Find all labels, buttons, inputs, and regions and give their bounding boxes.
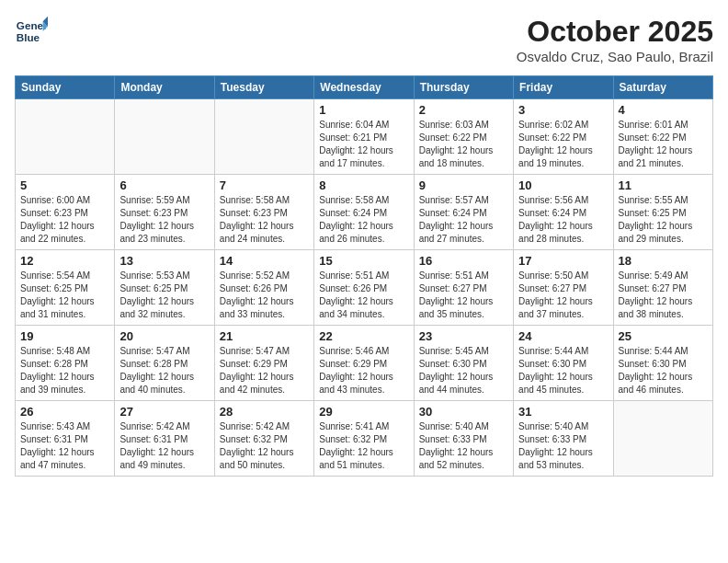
calendar-day-cell: 31Sunrise: 5:40 AM Sunset: 6:33 PM Dayli…: [514, 401, 613, 477]
day-info: Sunrise: 5:54 AM Sunset: 6:25 PM Dayligh…: [20, 270, 109, 321]
day-number: 17: [518, 254, 608, 268]
day-info: Sunrise: 6:04 AM Sunset: 6:21 PM Dayligh…: [319, 119, 408, 170]
day-info: Sunrise: 5:58 AM Sunset: 6:23 PM Dayligh…: [220, 194, 309, 246]
day-info: Sunrise: 5:40 AM Sunset: 6:33 PM Dayligh…: [419, 420, 508, 472]
day-number: 4: [619, 103, 708, 117]
day-number: 8: [319, 178, 408, 192]
calendar-day-cell: [613, 401, 712, 477]
weekday-header-cell: Friday: [514, 76, 613, 99]
weekday-header-cell: Tuesday: [214, 76, 313, 99]
calendar-day-cell: 23Sunrise: 5:45 AM Sunset: 6:30 PM Dayli…: [414, 326, 513, 401]
day-info: Sunrise: 5:51 AM Sunset: 6:26 PM Dayligh…: [319, 270, 408, 321]
day-number: 30: [419, 405, 508, 419]
day-number: 19: [20, 329, 109, 343]
day-info: Sunrise: 5:48 AM Sunset: 6:28 PM Dayligh…: [20, 345, 109, 396]
calendar-day-cell: 19Sunrise: 5:48 AM Sunset: 6:28 PM Dayli…: [16, 326, 115, 401]
calendar-day-cell: 11Sunrise: 5:55 AM Sunset: 6:25 PM Dayli…: [613, 175, 712, 250]
day-info: Sunrise: 5:45 AM Sunset: 6:30 PM Dayligh…: [419, 345, 508, 396]
weekday-header-cell: Wednesday: [314, 76, 414, 99]
day-info: Sunrise: 5:53 AM Sunset: 6:25 PM Dayligh…: [119, 270, 209, 321]
day-info: Sunrise: 6:00 AM Sunset: 6:23 PM Dayligh…: [20, 194, 109, 246]
day-number: 28: [220, 405, 309, 419]
day-number: 6: [119, 178, 209, 192]
calendar-day-cell: [16, 99, 115, 175]
day-info: Sunrise: 5:42 AM Sunset: 6:31 PM Dayligh…: [119, 420, 209, 472]
calendar-day-cell: 27Sunrise: 5:42 AM Sunset: 6:31 PM Dayli…: [115, 401, 214, 477]
day-number: 27: [119, 405, 209, 419]
day-info: Sunrise: 5:42 AM Sunset: 6:32 PM Dayligh…: [220, 420, 309, 472]
day-info: Sunrise: 5:47 AM Sunset: 6:29 PM Dayligh…: [220, 345, 309, 396]
day-info: Sunrise: 5:43 AM Sunset: 6:31 PM Dayligh…: [20, 420, 109, 472]
day-number: 1: [319, 103, 408, 117]
calendar-day-cell: 28Sunrise: 5:42 AM Sunset: 6:32 PM Dayli…: [214, 401, 313, 477]
day-number: 31: [518, 405, 608, 419]
day-info: Sunrise: 5:40 AM Sunset: 6:33 PM Dayligh…: [518, 420, 608, 472]
day-number: 9: [419, 178, 508, 192]
day-info: Sunrise: 6:01 AM Sunset: 6:22 PM Dayligh…: [619, 119, 708, 170]
day-number: 16: [419, 254, 508, 268]
day-number: 25: [619, 329, 708, 343]
header: General Blue October 2025 Osvaldo Cruz, …: [15, 15, 713, 64]
calendar-week-row: 12Sunrise: 5:54 AM Sunset: 6:25 PM Dayli…: [16, 250, 713, 326]
calendar-day-cell: 30Sunrise: 5:40 AM Sunset: 6:33 PM Dayli…: [414, 401, 513, 477]
day-number: 11: [619, 178, 708, 192]
day-number: 22: [319, 329, 408, 343]
calendar-day-cell: 22Sunrise: 5:46 AM Sunset: 6:29 PM Dayli…: [314, 326, 414, 401]
day-info: Sunrise: 5:46 AM Sunset: 6:29 PM Dayligh…: [319, 345, 408, 396]
calendar-day-cell: 6Sunrise: 5:59 AM Sunset: 6:23 PM Daylig…: [115, 175, 214, 250]
calendar-week-row: 26Sunrise: 5:43 AM Sunset: 6:31 PM Dayli…: [16, 401, 713, 477]
weekday-header-cell: Saturday: [613, 76, 712, 99]
logo: General Blue: [15, 15, 48, 48]
calendar-table: SundayMondayTuesdayWednesdayThursdayFrid…: [15, 75, 713, 477]
day-number: 5: [20, 178, 109, 192]
calendar-day-cell: 18Sunrise: 5:49 AM Sunset: 6:27 PM Dayli…: [613, 250, 712, 326]
day-info: Sunrise: 5:55 AM Sunset: 6:25 PM Dayligh…: [619, 194, 708, 246]
day-number: 7: [220, 178, 309, 192]
day-number: 12: [20, 254, 109, 268]
day-info: Sunrise: 5:52 AM Sunset: 6:26 PM Dayligh…: [220, 270, 309, 321]
day-info: Sunrise: 5:51 AM Sunset: 6:27 PM Dayligh…: [419, 270, 508, 321]
day-info: Sunrise: 5:49 AM Sunset: 6:27 PM Dayligh…: [619, 270, 708, 321]
day-number: 15: [319, 254, 408, 268]
day-number: 13: [119, 254, 209, 268]
day-number: 10: [518, 178, 608, 192]
calendar-body: 1Sunrise: 6:04 AM Sunset: 6:21 PM Daylig…: [16, 99, 713, 477]
title-area: October 2025 Osvaldo Cruz, Sao Paulo, Br…: [517, 15, 713, 64]
calendar-week-row: 5Sunrise: 6:00 AM Sunset: 6:23 PM Daylig…: [16, 175, 713, 250]
day-number: 26: [20, 405, 109, 419]
day-number: 18: [619, 254, 708, 268]
day-number: 21: [220, 329, 309, 343]
weekday-header-cell: Monday: [115, 76, 214, 99]
calendar-day-cell: 14Sunrise: 5:52 AM Sunset: 6:26 PM Dayli…: [214, 250, 313, 326]
calendar-week-row: 19Sunrise: 5:48 AM Sunset: 6:28 PM Dayli…: [16, 326, 713, 401]
calendar-day-cell: [115, 99, 214, 175]
day-info: Sunrise: 5:56 AM Sunset: 6:24 PM Dayligh…: [518, 194, 608, 246]
calendar-day-cell: 9Sunrise: 5:57 AM Sunset: 6:24 PM Daylig…: [414, 175, 513, 250]
calendar-day-cell: 15Sunrise: 5:51 AM Sunset: 6:26 PM Dayli…: [314, 250, 414, 326]
calendar-day-cell: 21Sunrise: 5:47 AM Sunset: 6:29 PM Dayli…: [214, 326, 313, 401]
calendar-day-cell: 13Sunrise: 5:53 AM Sunset: 6:25 PM Dayli…: [115, 250, 214, 326]
location-subtitle: Osvaldo Cruz, Sao Paulo, Brazil: [517, 49, 713, 64]
calendar-day-cell: 2Sunrise: 6:03 AM Sunset: 6:22 PM Daylig…: [414, 99, 513, 175]
day-info: Sunrise: 5:50 AM Sunset: 6:27 PM Dayligh…: [518, 270, 608, 321]
calendar-day-cell: 24Sunrise: 5:44 AM Sunset: 6:30 PM Dayli…: [514, 326, 613, 401]
day-number: 20: [119, 329, 209, 343]
day-info: Sunrise: 5:57 AM Sunset: 6:24 PM Dayligh…: [419, 194, 508, 246]
weekday-header-cell: Thursday: [414, 76, 513, 99]
calendar-day-cell: [214, 99, 313, 175]
day-number: 24: [518, 329, 608, 343]
calendar-day-cell: 4Sunrise: 6:01 AM Sunset: 6:22 PM Daylig…: [613, 99, 712, 175]
day-info: Sunrise: 5:58 AM Sunset: 6:24 PM Dayligh…: [319, 194, 408, 246]
calendar-week-row: 1Sunrise: 6:04 AM Sunset: 6:21 PM Daylig…: [16, 99, 713, 175]
calendar-day-cell: 29Sunrise: 5:41 AM Sunset: 6:32 PM Dayli…: [314, 401, 414, 477]
calendar-day-cell: 3Sunrise: 6:02 AM Sunset: 6:22 PM Daylig…: [514, 99, 613, 175]
calendar-day-cell: 20Sunrise: 5:47 AM Sunset: 6:28 PM Dayli…: [115, 326, 214, 401]
calendar-day-cell: 12Sunrise: 5:54 AM Sunset: 6:25 PM Dayli…: [16, 250, 115, 326]
calendar-day-cell: 25Sunrise: 5:44 AM Sunset: 6:30 PM Dayli…: [613, 326, 712, 401]
calendar-day-cell: 8Sunrise: 5:58 AM Sunset: 6:24 PM Daylig…: [314, 175, 414, 250]
weekday-header-cell: Sunday: [16, 76, 115, 99]
day-info: Sunrise: 5:59 AM Sunset: 6:23 PM Dayligh…: [119, 194, 209, 246]
day-info: Sunrise: 5:44 AM Sunset: 6:30 PM Dayligh…: [619, 345, 708, 396]
calendar-day-cell: 5Sunrise: 6:00 AM Sunset: 6:23 PM Daylig…: [16, 175, 115, 250]
day-number: 23: [419, 329, 508, 343]
